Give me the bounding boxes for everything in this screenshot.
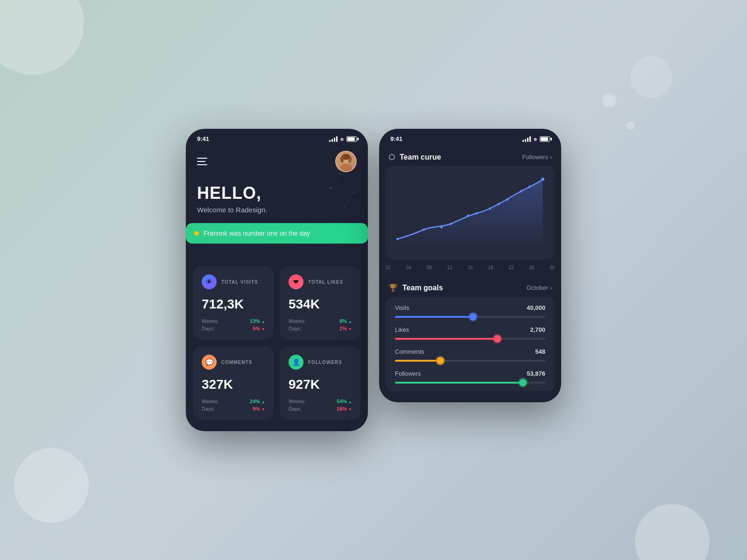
goal-comments-name: Comments — [395, 348, 424, 355]
stat-card-followers[interactable]: 👤 FOLLOWERS 927K Weeks: 54% Days: 16% — [280, 346, 360, 420]
bg-decoration-1 — [0, 0, 84, 75]
comments-days-label: Days: — [202, 406, 215, 412]
hero-section: HELLO, Welcome to Radesign. Frannnk was … — [186, 146, 368, 266]
team-curve-header: ⬡ Team curue Followers › — [379, 146, 561, 166]
phones-container: 9:41 ⌾ — [186, 129, 561, 431]
goal-followers-name: Followers — [395, 370, 421, 377]
likes-icon: ❤ — [289, 274, 303, 289]
bg-decoration-2 — [14, 448, 89, 523]
goal-visits-name: Visits — [395, 304, 409, 311]
phone-2-content: ⬡ Team curue Followers › — [379, 146, 561, 402]
goal-followers: Followers 53,876 — [395, 370, 545, 384]
visits-slider[interactable] — [395, 316, 545, 318]
stat-card-likes[interactable]: ❤ TOTAL LIKES 534K Weeks: 8% Days: 2% — [280, 266, 360, 340]
followers-days-label: Days: — [289, 406, 302, 412]
notification-dot — [194, 231, 199, 236]
comments-value: 327K — [202, 377, 265, 392]
status-icons-1: ⌾ — [329, 136, 357, 142]
svg-point-26 — [489, 208, 491, 210]
svg-point-23 — [449, 223, 451, 225]
team-curve-title: Team curue — [400, 153, 441, 161]
svg-point-21 — [423, 229, 425, 231]
visits-thumb[interactable] — [469, 313, 477, 321]
likes-days-val: 2% — [339, 326, 352, 331]
svg-line-7 — [340, 160, 349, 174]
visits-days-val: 5% — [253, 326, 265, 331]
signal-icon-2 — [522, 136, 531, 142]
visits-label: TOTAL VISITS — [221, 280, 258, 285]
svg-point-29 — [520, 190, 522, 193]
comments-thumb[interactable] — [437, 357, 444, 364]
wifi-icon-2: ⌾ — [534, 136, 537, 142]
comments-label: COMMENTS — [221, 360, 252, 365]
followers-slider[interactable] — [395, 382, 545, 384]
comments-weeks-val: 24% — [250, 399, 265, 404]
svg-point-27 — [498, 203, 500, 205]
october-action[interactable]: October › — [527, 284, 552, 291]
followers-weeks-val: 54% — [337, 399, 352, 404]
svg-point-24 — [467, 215, 469, 217]
visits-days-label: Days: — [202, 326, 215, 331]
phone-2: 9:41 ⌾ ⬡ Team curue — [379, 129, 561, 402]
followers-days-val: 16% — [337, 406, 352, 412]
likes-weeks-val: 8% — [339, 318, 352, 324]
visits-icon: 👁 — [202, 274, 217, 289]
hamburger-menu[interactable] — [197, 158, 207, 165]
comments-weeks-label: Weeks: — [202, 399, 218, 404]
battery-icon-2 — [540, 136, 550, 142]
hero-bg-decoration — [275, 146, 368, 239]
stats-grid: 👁 TOTAL VISITS 712,3K Weeks: 13% Days: 5… — [186, 266, 368, 431]
chart-icon: ⬡ — [388, 153, 395, 161]
visits-value: 712,3K — [202, 297, 265, 312]
status-bar-2: 9:41 ⌾ — [379, 129, 561, 146]
followers-thumb[interactable] — [519, 379, 527, 386]
status-icons-2: ⌾ — [522, 136, 550, 142]
svg-point-31 — [541, 178, 544, 181]
svg-line-8 — [340, 174, 359, 179]
time-1: 9:41 — [197, 135, 209, 142]
svg-line-12 — [345, 193, 354, 207]
goal-likes-name: Likes — [395, 326, 409, 333]
likes-thumb[interactable] — [493, 335, 501, 343]
svg-line-11 — [331, 188, 354, 193]
likes-slider[interactable] — [395, 338, 545, 340]
goal-visits: Visits 40,000 — [395, 304, 545, 318]
bg-decoration-5 — [635, 504, 710, 560]
likes-weeks-label: Weeks: — [289, 318, 305, 324]
followers-icon: 👤 — [289, 355, 303, 370]
followers-action[interactable]: Followers › — [522, 154, 552, 161]
svg-point-20 — [396, 238, 399, 240]
line-chart — [393, 174, 547, 248]
goal-followers-value: 53,876 — [527, 370, 545, 377]
visits-weeks-label: Weeks: — [202, 318, 218, 324]
goal-comments: Comments 548 — [395, 348, 545, 362]
chart-x-labels: 01 04 08 12 16 18 22 26 30 — [379, 262, 561, 277]
svg-point-22 — [440, 226, 443, 229]
goal-visits-value: 40,000 — [527, 304, 545, 311]
goals-card: Visits 40,000 Likes 2,700 — [386, 297, 555, 391]
trophy-icon: 🏆 — [388, 283, 398, 292]
team-curve-chart — [386, 166, 555, 259]
comments-icon: 💬 — [202, 355, 217, 370]
visits-weeks-val: 13% — [250, 318, 265, 324]
svg-line-9 — [331, 174, 340, 188]
svg-point-30 — [529, 186, 531, 188]
stat-card-comments[interactable]: 💬 COMMENTS 327K Weeks: 24% Days: 9% — [193, 346, 274, 420]
bg-decoration-6 — [630, 56, 672, 98]
team-goals-title: Team goals — [402, 284, 443, 292]
svg-point-25 — [476, 212, 478, 215]
followers-weeks-label: Weeks: — [289, 399, 305, 404]
wifi-icon: ⌾ — [340, 136, 344, 142]
likes-value: 534K — [289, 297, 352, 312]
followers-label: FOLLOWERS — [308, 360, 342, 365]
goal-likes: Likes 2,700 — [395, 326, 545, 340]
comments-slider[interactable] — [395, 360, 545, 362]
phone-1: 9:41 ⌾ — [186, 129, 368, 431]
signal-icon — [329, 136, 338, 142]
bg-decoration-4 — [627, 121, 635, 130]
comments-days-val: 9% — [253, 406, 265, 412]
battery-icon — [346, 136, 357, 142]
goal-likes-value: 2,700 — [530, 326, 545, 333]
stat-card-visits[interactable]: 👁 TOTAL VISITS 712,3K Weeks: 13% Days: 5… — [193, 266, 274, 340]
bg-decoration-3 — [602, 93, 616, 107]
